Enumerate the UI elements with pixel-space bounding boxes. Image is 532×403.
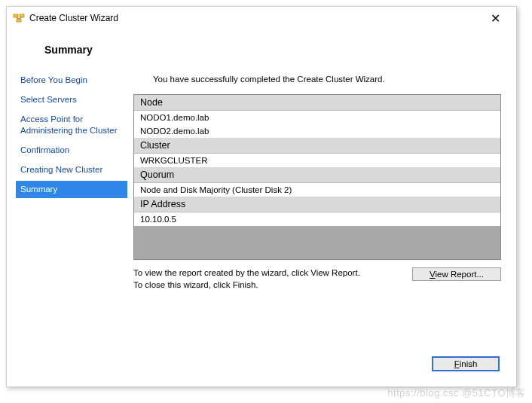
section-head-ip: IP Address — [134, 197, 500, 212]
title-bar: Create Cluster Wizard ✕ — [7, 7, 516, 29]
wizard-header: Summary — [7, 29, 516, 67]
watermark: https://blog.csc @51CTO博客 — [387, 386, 526, 400]
cluster-value: WRKGCLUSTER — [134, 154, 500, 167]
hint-text: To view the report created by the wizard… — [133, 267, 412, 291]
node-value-1: NODO1.demo.lab — [134, 111, 500, 124]
sidebar-item-access-point[interactable]: Access Point for Administering the Clust… — [16, 111, 127, 139]
wizard-footer: Finish — [7, 343, 516, 371]
quorum-value: Node and Disk Majority (Cluster Disk 2) — [134, 183, 500, 197]
app-icon — [13, 12, 25, 24]
sidebar: Before You Begin Select Servers Access P… — [7, 67, 127, 343]
page-title: Summary — [44, 44, 93, 56]
sidebar-item-summary[interactable]: Summary — [16, 181, 127, 198]
section-head-quorum: Quorum — [134, 167, 500, 183]
svg-rect-1 — [20, 14, 24, 17]
results-box: Node NODO1.demo.lab NODO2.demo.lab Clust… — [133, 94, 501, 260]
ip-value: 10.10.0.5 — [134, 212, 500, 226]
view-report-button[interactable]: View Report... — [412, 267, 501, 281]
sidebar-item-creating-new-cluster[interactable]: Creating New Cluster — [16, 161, 127, 179]
sidebar-item-confirmation[interactable]: Confirmation — [16, 142, 127, 159]
hint-line-1: To view the report created by the wizard… — [133, 268, 360, 277]
svg-rect-2 — [17, 19, 21, 22]
window-title: Create Cluster Wizard — [29, 13, 480, 23]
svg-rect-0 — [14, 14, 18, 17]
sidebar-item-before-you-begin[interactable]: Before You Begin — [16, 72, 127, 89]
section-head-node: Node — [134, 95, 500, 111]
hint-line-2: To close this wizard, click Finish. — [133, 280, 258, 289]
close-icon[interactable]: ✕ — [480, 11, 510, 26]
wizard-body: Before You Begin Select Servers Access P… — [7, 67, 516, 343]
finish-button[interactable]: Finish — [432, 356, 500, 371]
section-head-cluster: Cluster — [134, 138, 500, 154]
intro-text: You have successfully completed the Crea… — [133, 72, 501, 94]
node-value-2: NODO2.demo.lab — [134, 124, 500, 138]
view-report-label: View Report... — [430, 270, 484, 279]
hint-row: To view the report created by the wizard… — [133, 267, 501, 291]
sidebar-item-select-servers[interactable]: Select Servers — [16, 91, 127, 108]
wizard-window: Create Cluster Wizard ✕ Summary Before Y… — [6, 6, 517, 387]
main-panel: You have successfully completed the Crea… — [127, 67, 516, 343]
